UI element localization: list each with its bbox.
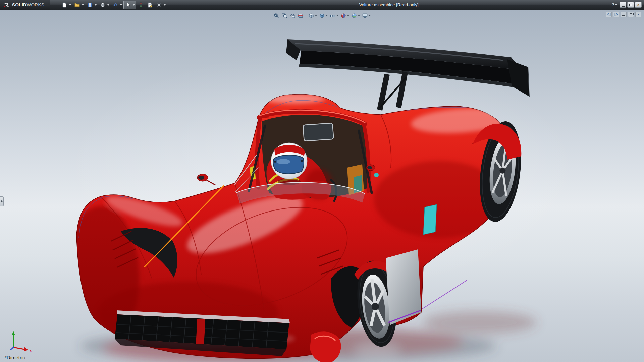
help-icon: ?	[612, 2, 614, 7]
triad-x-label: x	[30, 348, 32, 353]
section-view-button[interactable]	[297, 12, 305, 20]
display-style-button[interactable]	[318, 12, 329, 20]
titlebar-right-controls: ? ×	[610, 2, 644, 8]
doc-minimize-button[interactable]	[621, 12, 627, 17]
zoom-to-fit-button[interactable]	[272, 12, 280, 20]
solidworks-logo: SOLIDWORKS	[0, 0, 50, 10]
rebuild-button[interactable]	[137, 1, 145, 9]
help-button[interactable]: ?	[610, 2, 619, 7]
front-pod	[310, 331, 341, 362]
minimize-icon	[622, 6, 625, 7]
edit-appearance-button[interactable]	[339, 12, 350, 20]
select-tool-group	[123, 1, 136, 9]
appearance-sphere-icon	[340, 13, 346, 19]
titlebar: SOLIDWORKS	[0, 0, 644, 10]
orientation-triad: x	[7, 330, 36, 353]
orientation-label: *Dimetric	[5, 355, 25, 360]
zoom-to-area-icon	[281, 13, 287, 19]
section-view-icon	[298, 13, 304, 19]
save-icon	[87, 2, 93, 8]
new-document-dropdown[interactable]	[68, 1, 72, 9]
heads-up-view-toolbar	[272, 12, 372, 20]
print-icon	[100, 2, 106, 8]
pane-collapse-icon	[607, 13, 611, 16]
doc-minimize-icon	[622, 15, 625, 16]
solidworks-window: SOLIDWORKS	[0, 0, 644, 362]
undo-icon	[112, 2, 118, 8]
save-button[interactable]	[86, 1, 94, 9]
print-button[interactable]	[99, 1, 106, 9]
new-document-button[interactable]	[60, 1, 68, 9]
minimize-button[interactable]	[620, 2, 626, 8]
3d-model-scene[interactable]	[0, 10, 644, 362]
hide-show-items-dropdown[interactable]	[336, 15, 338, 16]
print-dropdown[interactable]	[106, 1, 110, 9]
apply-scene-button[interactable]	[350, 12, 361, 20]
apply-scene-dropdown[interactable]	[358, 15, 360, 16]
select-dropdown[interactable]	[132, 1, 136, 9]
glasses-icon	[330, 13, 336, 19]
options-button[interactable]	[155, 1, 163, 9]
standard-toolbar	[60, 1, 167, 9]
doc-restore-icon	[630, 13, 632, 15]
open-button[interactable]	[73, 1, 81, 9]
scene-sphere-icon	[351, 13, 357, 19]
zoom-to-area-button[interactable]	[280, 12, 288, 20]
edit-appearance-dropdown[interactable]	[347, 15, 349, 16]
pane-expand-icon	[614, 13, 618, 16]
pane-expand-button[interactable]	[613, 12, 619, 17]
brand-text: SOLIDWORKS	[12, 2, 44, 7]
hide-show-items-button[interactable]	[329, 12, 339, 20]
flyout-arrow-icon	[1, 200, 3, 203]
view-settings-dropdown[interactable]	[369, 15, 371, 16]
view-settings-button[interactable]	[361, 12, 372, 20]
graphics-area[interactable]: × x *Dimetric	[0, 10, 644, 362]
previous-view-icon	[289, 13, 296, 19]
zoom-to-fit-icon	[273, 13, 279, 19]
open-dropdown[interactable]	[81, 1, 85, 9]
open-folder-icon	[74, 2, 80, 8]
view-orientation-cube-icon	[308, 13, 314, 19]
undo-button[interactable]	[111, 1, 119, 9]
file-properties-button[interactable]	[146, 1, 154, 9]
display-style-cube-icon	[319, 13, 325, 19]
select-cursor-icon	[125, 2, 131, 8]
restore-icon	[629, 4, 632, 6]
view-orientation-button[interactable]	[307, 12, 318, 20]
doc-close-icon: ×	[637, 13, 639, 16]
view-orientation-dropdown[interactable]	[315, 15, 317, 16]
doc-restore-button[interactable]	[628, 12, 634, 17]
display-style-dropdown[interactable]	[326, 15, 328, 16]
side-window	[423, 204, 437, 235]
close-button[interactable]: ×	[635, 2, 642, 8]
save-dropdown[interactable]	[94, 1, 97, 9]
undo-dropdown[interactable]	[119, 1, 123, 9]
doc-close-button[interactable]: ×	[635, 12, 641, 17]
select-button[interactable]	[124, 1, 132, 9]
previous-view-button[interactable]	[288, 12, 297, 20]
document-title: Voiture assemblee [Read-only]	[167, 2, 610, 7]
rebuild-stoplight-icon	[138, 2, 144, 8]
pane-collapse-button[interactable]	[606, 12, 612, 17]
options-dropdown[interactable]	[163, 1, 166, 9]
feature-pane-flyout-tab[interactable]	[0, 196, 4, 206]
view-settings-icon	[362, 13, 368, 19]
file-properties-icon	[147, 2, 153, 8]
3ds-logo-icon	[3, 2, 10, 8]
options-gear-icon	[156, 2, 162, 8]
new-document-icon	[61, 2, 67, 8]
document-window-controls: ×	[606, 12, 641, 17]
close-icon: ×	[637, 3, 639, 7]
help-dropdown-caret	[615, 4, 617, 6]
driver-helmet	[271, 143, 307, 179]
restore-button[interactable]	[627, 2, 634, 8]
